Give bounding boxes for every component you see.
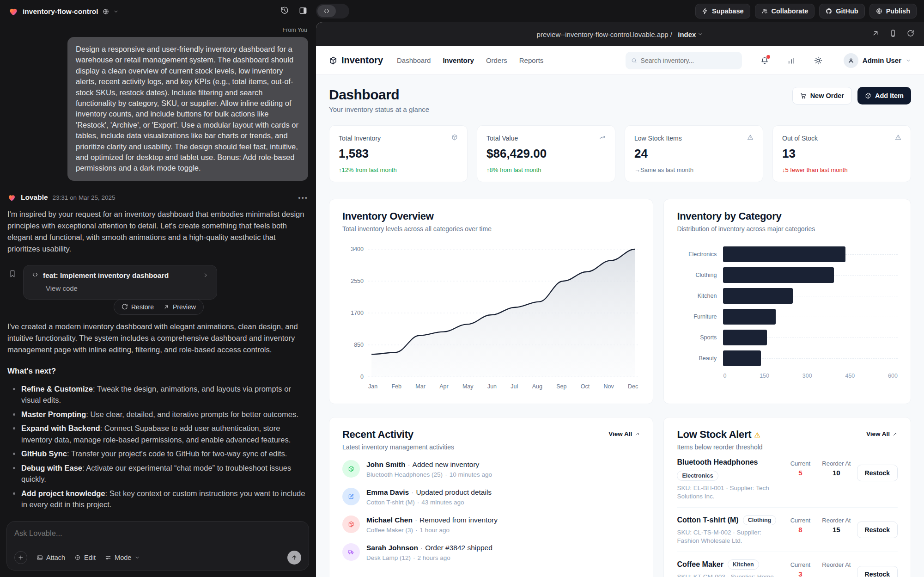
notification-dot bbox=[766, 55, 770, 59]
assistant-intro: I'm inspired by your request for an inve… bbox=[7, 209, 308, 255]
user-message: Design a responsive and user-friendly in… bbox=[67, 37, 308, 181]
preview-button[interactable]: Preview bbox=[163, 303, 196, 311]
sliders-icon bbox=[105, 554, 111, 561]
breadcrumb: index bbox=[678, 31, 696, 38]
bar-label: Furniture bbox=[677, 313, 717, 320]
alert-triangle-icon bbox=[747, 134, 754, 142]
new-order-button[interactable]: New Order bbox=[792, 87, 852, 104]
alert-triangle-icon bbox=[754, 432, 760, 438]
bar-row: Sports bbox=[677, 330, 898, 345]
nav-dashboard[interactable]: Dashboard bbox=[397, 56, 431, 64]
low-stock-row: Cotton T-shirt (M)Clothing SKU: CL-TS-M-… bbox=[677, 508, 898, 552]
nav-orders[interactable]: Orders bbox=[486, 56, 507, 64]
bar-row: Clothing bbox=[677, 267, 898, 283]
inventory-overview-xaxis: JanFebMarAprMayJunJulAugSepOctNovDec bbox=[368, 383, 638, 390]
restock-button[interactable]: Restock bbox=[857, 566, 898, 577]
bookmark-icon[interactable] bbox=[8, 270, 17, 280]
user-menu[interactable]: Admin User bbox=[844, 53, 911, 68]
x-axis-label: Sep bbox=[556, 383, 566, 390]
kpi-delta: ↑12% from last month bbox=[339, 166, 458, 173]
chat-input[interactable] bbox=[14, 529, 301, 538]
category-badge: Kitchen bbox=[728, 559, 759, 570]
project-name[interactable]: inventory-flow-control bbox=[23, 7, 98, 16]
code-view-toggle[interactable] bbox=[316, 4, 349, 18]
open-external-icon[interactable] bbox=[871, 29, 880, 39]
y-axis-label: 3400 bbox=[343, 246, 364, 252]
view-code-link[interactable]: View code bbox=[46, 284, 208, 292]
mobile-view-icon[interactable] bbox=[889, 29, 897, 39]
bar-label: Kitchen bbox=[677, 293, 717, 299]
view-all-link[interactable]: View All bbox=[866, 430, 898, 437]
collaborate-button[interactable]: Collaborate bbox=[755, 4, 815, 18]
restore-button[interactable]: Restore bbox=[122, 303, 154, 311]
edit-button[interactable]: Edit bbox=[74, 554, 96, 561]
chevron-down-icon[interactable] bbox=[113, 9, 119, 14]
assistant-name: Lovable bbox=[21, 193, 48, 202]
supabase-button[interactable]: Supabase bbox=[695, 4, 750, 18]
edit-icon bbox=[342, 488, 360, 505]
notifications-bell[interactable] bbox=[760, 56, 769, 65]
message-menu-icon[interactable]: ••• bbox=[298, 194, 308, 202]
package-icon bbox=[329, 56, 337, 65]
list-item: Master Prompting: Use clear, detailed, a… bbox=[7, 409, 308, 420]
activity-item: John Smith·Added new inventory Bluetooth… bbox=[342, 460, 640, 478]
user-icon bbox=[848, 57, 854, 64]
x-axis-label: Feb bbox=[391, 383, 401, 390]
add-button[interactable] bbox=[14, 551, 27, 564]
low-stock-row: Coffee MakerKitchen SKU: KT-CM-003 · Sup… bbox=[677, 552, 898, 577]
dashboard-content: Dashboard Your inventory status at a gla… bbox=[316, 75, 924, 577]
bar bbox=[723, 309, 775, 325]
analytics-icon[interactable] bbox=[787, 56, 796, 65]
list-item: Expand with Backend: Connect Supabase to… bbox=[7, 423, 308, 445]
app-brand[interactable]: Inventory bbox=[329, 55, 383, 66]
y-axis-label: 0 bbox=[343, 374, 364, 380]
url-bar[interactable]: preview--inventory-flow-control.lovable.… bbox=[537, 31, 704, 38]
kpi-total-inventory: Total Inventory 1,583 ↑12% from last mon… bbox=[329, 125, 468, 182]
nav-reports[interactable]: Reports bbox=[519, 56, 544, 64]
kpi-delta: →Same as last month bbox=[634, 166, 754, 173]
chevron-down-icon bbox=[698, 31, 703, 37]
low-stock-row: Bluetooth HeadphonesElectronics SKU: EL-… bbox=[677, 451, 898, 508]
panel-toggle-icon[interactable] bbox=[299, 6, 307, 17]
search-input[interactable] bbox=[641, 57, 736, 64]
commit-card[interactable]: feat: Implement inventory dashboard View… bbox=[23, 265, 217, 300]
attach-button[interactable]: Attach bbox=[36, 554, 65, 561]
commit-title: feat: Implement inventory dashboard bbox=[43, 271, 169, 280]
chat-scroll-area[interactable]: From You Design a responsive and user-fr… bbox=[0, 23, 316, 519]
globe-icon bbox=[103, 8, 109, 15]
github-button[interactable]: GitHub bbox=[819, 4, 864, 18]
external-arrow-icon bbox=[892, 431, 898, 437]
chat-composer: Attach Edit Mode bbox=[6, 521, 309, 571]
x-axis-label: 0 bbox=[723, 373, 726, 379]
package-icon bbox=[451, 134, 458, 142]
cart-icon bbox=[800, 92, 807, 99]
preview-frame: preview--inventory-flow-control.lovable.… bbox=[316, 22, 924, 577]
package-minus-icon bbox=[342, 516, 360, 533]
alert-triangle-icon bbox=[895, 134, 901, 142]
code-icon bbox=[317, 5, 336, 17]
bar-row: Furniture bbox=[677, 309, 898, 325]
x-axis-label: Apr bbox=[439, 383, 448, 390]
restock-button[interactable]: Restock bbox=[857, 522, 898, 538]
history-icon[interactable] bbox=[280, 6, 289, 17]
target-icon bbox=[74, 554, 81, 561]
add-item-button[interactable]: Add Item bbox=[857, 87, 911, 104]
app-viewport: Inventory Dashboard Inventory Orders Rep… bbox=[316, 46, 924, 577]
mode-selector[interactable]: Mode bbox=[105, 554, 140, 561]
theme-toggle-sun-icon[interactable] bbox=[814, 56, 822, 65]
workspace-header: inventory-flow-control bbox=[0, 0, 316, 23]
kpi-delta: ↑8% from last month bbox=[486, 166, 606, 173]
restock-button[interactable]: Restock bbox=[857, 465, 898, 481]
bar bbox=[723, 246, 845, 262]
chart-title: Inventory Overview bbox=[342, 210, 640, 222]
refresh-icon[interactable] bbox=[906, 29, 915, 39]
search-box[interactable] bbox=[626, 52, 742, 69]
external-arrow-icon bbox=[634, 431, 640, 437]
bar-row: Beauty bbox=[677, 350, 898, 366]
publish-button[interactable]: Publish bbox=[869, 4, 917, 18]
workspace-panel: inventory-flow-control From You Design a… bbox=[0, 0, 316, 577]
view-all-link[interactable]: View All bbox=[608, 430, 640, 437]
send-button[interactable] bbox=[287, 551, 301, 565]
nav-inventory[interactable]: Inventory bbox=[443, 56, 474, 64]
chevron-right-icon[interactable] bbox=[203, 271, 208, 280]
